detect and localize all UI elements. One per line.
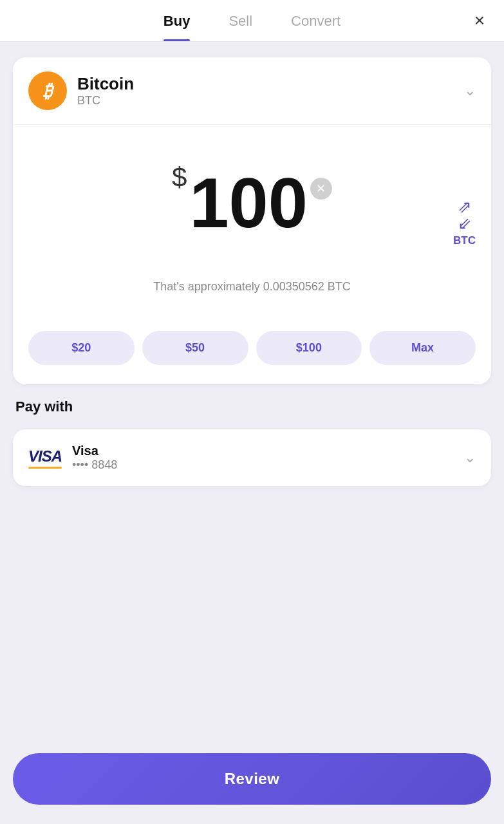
quick-amounts: $20 $50 $100 Max [13,331,491,384]
currency-symbol: $ [172,162,187,193]
review-button-container: Review [0,740,504,824]
visa-logo: VISA [28,447,62,469]
close-button[interactable]: × [474,12,485,30]
asset-ticker: BTC [77,94,134,108]
asset-name-text: Bitcoin [77,74,134,94]
visa-stripe [28,467,62,469]
main-content: ₿ Bitcoin BTC ⌄ $ 100 ✕ ⇗⇙ BTC That's ap… [0,42,504,824]
currency-toggle[interactable]: ⇗⇙ BTC [453,198,476,247]
asset-chevron-down-icon[interactable]: ⌄ [464,82,476,99]
asset-name-container: Bitcoin BTC [77,74,134,108]
asset-info: ₿ Bitcoin BTC [28,71,134,110]
amount-value[interactable]: 100 [189,167,308,238]
tab-convert[interactable]: Convert [291,13,341,41]
bitcoin-icon: ₿ [28,71,67,110]
tab-buy[interactable]: Buy [163,13,191,41]
swap-arrows-icon: ⇗⇙ [458,198,472,232]
amount-section: $ 100 ✕ ⇗⇙ BTC That's approximately 0.00… [13,125,491,331]
review-button[interactable]: Review [13,753,491,805]
payment-info: VISA Visa •••• 8848 [28,444,117,472]
clear-button[interactable]: ✕ [310,178,332,200]
toggle-label: BTC [453,234,476,247]
asset-card: ₿ Bitcoin BTC ⌄ $ 100 ✕ ⇗⇙ BTC That's ap… [13,57,491,384]
pay-with-label: Pay with [13,398,491,415]
payment-card-number: •••• 8848 [72,458,117,472]
approx-text: That's approximately 0.00350562 BTC [153,280,351,294]
tabs: Buy Sell Convert [163,13,341,41]
payment-chevron-down-icon[interactable]: ⌄ [464,449,476,466]
quick-amount-20[interactable]: $20 [28,331,135,365]
payment-details: Visa •••• 8848 [72,444,117,472]
tab-bar: Buy Sell Convert × [0,0,504,42]
payment-card[interactable]: VISA Visa •••• 8848 ⌄ [13,429,491,486]
tab-sell[interactable]: Sell [229,13,252,41]
asset-header[interactable]: ₿ Bitcoin BTC ⌄ [13,57,491,125]
visa-logo-text: VISA [28,447,62,465]
quick-amount-100[interactable]: $100 [256,331,362,365]
payment-method-name: Visa [72,444,117,458]
amount-display: $ 100 ✕ [172,151,332,254]
quick-amount-50[interactable]: $50 [142,331,248,365]
quick-amount-max[interactable]: Max [369,331,476,365]
